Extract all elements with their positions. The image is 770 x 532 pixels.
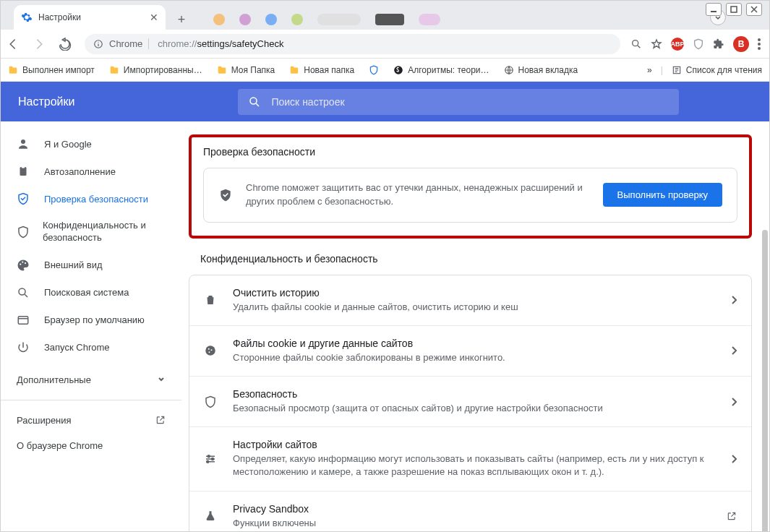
bookmark-label: Выполнен импорт — [22, 65, 95, 75]
settings-search[interactable] — [238, 89, 679, 115]
privacy-list: Очистить историю Удалить файлы cookie и … — [189, 275, 752, 531]
search-in-page-icon[interactable] — [630, 38, 642, 50]
tab-title: Настройки — [38, 12, 144, 22]
bookmark-folder[interactable]: Импортированны… — [109, 65, 202, 75]
external-link-icon — [727, 511, 737, 521]
close-icon[interactable]: ✕ — [150, 12, 158, 23]
nav-toolbar: Chrome chrome://settings/safetyCheck ABP… — [1, 30, 769, 59]
settings-app: Настройки Я и Google Автозаполнение — [1, 82, 769, 531]
row-subtitle: Сторонние файлы cookie заблокированы в р… — [233, 351, 716, 364]
address-bar[interactable]: Chrome chrome://settings/safetyCheck — [85, 34, 620, 54]
window-close-button[interactable] — [746, 3, 762, 16]
bookmark-folder[interactable]: Моя Папка — [217, 65, 275, 75]
back-button[interactable] — [7, 38, 22, 51]
svg-rect-1 — [731, 7, 737, 12]
sidebar-item-label: О браузере Chrome — [17, 440, 103, 451]
reading-list-button[interactable]: Список для чтения — [672, 65, 762, 75]
bookmarks-overflow[interactable]: » — [647, 65, 652, 75]
sidebar-item-label: Внешний вид — [44, 259, 103, 270]
bookmark-folder[interactable]: Выполнен импорт — [8, 65, 95, 75]
svg-point-15 — [22, 261, 23, 262]
sidebar-item-autofill[interactable]: Автозаполнение — [1, 158, 181, 185]
row-clear-history[interactable]: Очистить историю Удалить файлы cookie и … — [189, 275, 751, 325]
sidebar-item-label: Конфиденциальность и безопасность — [43, 220, 166, 244]
search-input[interactable] — [271, 96, 669, 108]
row-privacy-sandbox[interactable]: Privacy Sandbox Функции включены — [189, 491, 751, 531]
sidebar-item-appearance[interactable]: Внешний вид — [1, 252, 181, 279]
sliders-icon — [204, 452, 218, 466]
clipboard-icon — [17, 165, 31, 178]
run-safety-check-button[interactable]: Выполнить проверку — [603, 183, 722, 207]
svg-point-14 — [20, 263, 21, 265]
sidebar-item-on-startup[interactable]: Запуск Chrome — [1, 334, 181, 361]
sidebar-item-you-and-google[interactable]: Я и Google — [1, 130, 181, 158]
section-title-privacy: Конфиденциальность и безопасность — [200, 253, 752, 265]
abp-extension-icon[interactable]: ABP — [671, 38, 684, 51]
sidebar-item-advanced[interactable]: Дополнительные — [1, 367, 181, 392]
shield-extension-icon[interactable] — [693, 38, 704, 50]
svg-point-5 — [758, 43, 761, 46]
shield-check-icon — [17, 192, 31, 205]
browser-tab[interactable]: Настройки ✕ — [14, 5, 166, 30]
site-info-icon[interactable] — [93, 39, 103, 49]
chevron-right-icon — [731, 346, 737, 355]
section-title-safety: Проверка безопасности — [203, 146, 737, 158]
row-security[interactable]: Безопасность Безопасный просмотр (защита… — [189, 376, 751, 426]
sidebar-item-label: Я и Google — [44, 139, 92, 150]
power-icon — [17, 341, 31, 354]
forward-button[interactable] — [33, 38, 48, 51]
bookmark-label: Алгоритмы: теори… — [408, 65, 489, 75]
svg-point-6 — [758, 47, 761, 50]
bookmark-star-icon[interactable] — [651, 38, 662, 50]
kebab-menu-icon[interactable] — [758, 38, 761, 50]
browser-window: Настройки ✕ + — [0, 0, 770, 532]
sidebar-item-label: Поисковая система — [44, 287, 129, 298]
chevron-right-icon — [731, 296, 737, 304]
bookmark-link[interactable] — [369, 65, 379, 75]
sidebar-item-extensions[interactable]: Расширения — [1, 408, 181, 433]
sidebar-item-label: Расширения — [17, 415, 72, 426]
svg-point-10 — [250, 98, 257, 104]
bookmark-link[interactable]: Новая вкладка — [504, 65, 578, 75]
window-minimize-button[interactable] — [706, 3, 722, 16]
svg-rect-0 — [711, 11, 716, 12]
sidebar: Я и Google Автозаполнение Проверка безоп… — [1, 121, 181, 531]
flask-icon — [204, 510, 218, 523]
row-cookies[interactable]: Файлы cookie и другие данные сайтов Стор… — [189, 325, 751, 376]
sidebar-item-label: Браузер по умолчанию — [44, 314, 145, 325]
row-subtitle: Удалить файлы cookie и данные сайтов, оч… — [233, 301, 716, 314]
chevron-right-icon — [731, 398, 737, 406]
window-maximize-button[interactable] — [726, 3, 742, 16]
row-title: Настройки сайтов — [233, 439, 716, 450]
sidebar-item-privacy[interactable]: Конфиденциальность и безопасность — [1, 213, 181, 252]
safety-card: Chrome поможет защитить вас от утечки да… — [203, 168, 737, 223]
bookmark-label: Новая вкладка — [518, 65, 578, 75]
bookmark-folder[interactable]: Новая папка — [289, 65, 354, 75]
sidebar-item-label: Дополнительные — [17, 374, 91, 385]
sidebar-item-about[interactable]: О браузере Chrome — [1, 433, 181, 458]
magnifier-icon — [17, 286, 31, 299]
reading-list-label: Список для чтения — [686, 65, 762, 75]
sidebar-item-search-engine[interactable]: Поисковая система — [1, 279, 181, 306]
sidebar-item-default-browser[interactable]: Браузер по умолчанию — [1, 306, 181, 334]
extensions-icon[interactable] — [713, 38, 724, 50]
row-subtitle: Определяет, какую информацию могут испол… — [233, 452, 716, 479]
chrome-scheme-label: Chrome — [109, 38, 149, 49]
sidebar-item-label: Автозаполнение — [44, 166, 116, 177]
svg-point-19 — [205, 346, 215, 356]
row-site-settings[interactable]: Настройки сайтов Определяет, какую инфор… — [189, 426, 751, 490]
scrollbar-thumb[interactable] — [762, 230, 768, 531]
svg-point-20 — [208, 348, 210, 350]
sidebar-item-safety-check[interactable]: Проверка безопасности — [1, 185, 181, 213]
circle-s-icon — [393, 65, 403, 75]
safety-check-highlight: Проверка безопасности Chrome поможет защ… — [189, 134, 752, 239]
shield-icon — [369, 65, 379, 75]
bookmark-link[interactable]: Алгоритмы: теори… — [393, 65, 489, 75]
cookie-icon — [204, 344, 218, 357]
reload-button[interactable] — [59, 38, 74, 51]
new-tab-button[interactable]: + — [171, 9, 192, 30]
chevron-right-icon — [731, 455, 737, 463]
svg-point-23 — [208, 455, 210, 458]
search-icon — [248, 95, 261, 108]
profile-avatar[interactable]: В — [733, 36, 749, 52]
